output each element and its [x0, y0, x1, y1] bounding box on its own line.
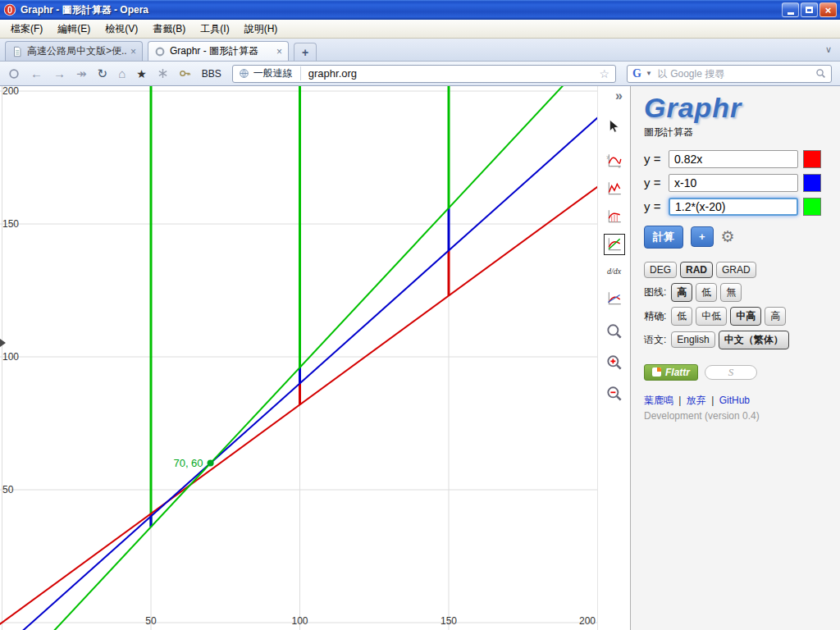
opera-logo-icon	[3, 3, 16, 16]
tab-overflow-chevron-icon[interactable]: ∨	[825, 44, 832, 55]
tab-close-icon[interactable]: ×	[276, 47, 282, 57]
plot-function-tool-button[interactable]: yx	[604, 150, 625, 171]
equation-input-3[interactable]	[669, 198, 798, 216]
reload-button[interactable]: ↻	[98, 67, 108, 80]
fast-forward-button[interactable]: ↠	[76, 67, 87, 80]
action-row: 計算 + ⚙	[644, 226, 840, 249]
menu-edit[interactable]: 編輯(E)	[50, 20, 98, 39]
footer-links: 葉鹿鳴 | 放弃 | GitHub	[644, 394, 840, 408]
app-subtitle: 圖形計算器	[644, 126, 840, 139]
search-field[interactable]: G ▼	[627, 65, 832, 83]
zoom-in-button[interactable]	[604, 352, 625, 373]
precision-low-button[interactable]: 低	[671, 307, 692, 326]
tab-highway-bureau[interactable]: 高速公路局中文版>便..... ×	[5, 41, 143, 61]
precision-group: 精确: 低 中低 中高 高	[644, 307, 840, 326]
equation-list: y = y = y =	[644, 150, 840, 216]
page-favicon-icon	[11, 46, 23, 57]
precision-medlow-button[interactable]: 中低	[696, 307, 727, 326]
search-input[interactable]	[656, 67, 811, 80]
tab-close-icon[interactable]: ×	[130, 47, 136, 57]
password-key-icon[interactable]	[179, 67, 191, 80]
graph-area: 501001502005010015020070, 60	[0, 86, 597, 630]
add-equation-button[interactable]: +	[691, 226, 714, 247]
globe-icon	[239, 68, 249, 79]
plot-segments-tool-button[interactable]	[604, 178, 625, 199]
connection-badge[interactable]: 一般連線	[239, 66, 301, 80]
svg-text:200: 200	[2, 86, 19, 97]
zoom-reset-button[interactable]	[604, 321, 625, 342]
flattr-button[interactable]: Flattr	[644, 364, 698, 381]
graphr-favicon-icon	[154, 46, 166, 57]
language-chinese-button[interactable]: 中文（繁体）	[719, 331, 789, 349]
equation-input-2[interactable]	[669, 174, 798, 192]
home-button[interactable]: ⌂	[118, 67, 126, 80]
new-tab-button[interactable]: +	[294, 43, 317, 61]
close-icon: ×	[825, 4, 832, 16]
svg-text:50: 50	[145, 615, 157, 627]
color-swatch-red[interactable]	[803, 150, 821, 168]
pointer-tool-button[interactable]	[604, 116, 625, 137]
bookmark-star-icon[interactable]: ★	[136, 68, 147, 80]
graph-left-expand-handle-icon[interactable]	[0, 339, 6, 347]
google-logo-icon: G	[632, 68, 641, 80]
version-text: Development (version 0.4)	[644, 410, 840, 422]
close-button[interactable]: ×	[819, 2, 837, 17]
color-swatch-blue[interactable]	[803, 174, 821, 192]
url-bookmark-star-icon[interactable]: ☆	[599, 67, 609, 80]
speed-dial-icon[interactable]	[158, 68, 168, 79]
url-field[interactable]: 一般連線 ☆	[232, 65, 616, 83]
content: 501001502005010015020070, 60 » yx d/dx	[0, 86, 840, 630]
opera-menu-icon[interactable]	[8, 68, 20, 80]
zoom-out-button[interactable]	[604, 383, 625, 404]
bbs-button[interactable]: BBS	[202, 68, 221, 80]
language-english-button[interactable]: English	[671, 331, 714, 348]
derivative-tool-button[interactable]: d/dx	[604, 260, 625, 281]
angle-deg-button[interactable]: DEG	[644, 262, 677, 278]
svg-text:70, 60: 70, 60	[173, 457, 203, 469]
titlebar: Graphr - 圖形計算器 - Opera ×	[0, 0, 840, 20]
equation-prefix: y =	[644, 152, 669, 166]
url-input[interactable]	[307, 66, 594, 80]
svg-text:50: 50	[2, 484, 14, 495]
maximize-button[interactable]	[801, 2, 818, 17]
plot-quality-low-button[interactable]: 低	[696, 283, 717, 302]
addressbar: ← → ↠ ↻ ⌂ ★ BBS 一般連線 ☆ G ▼	[0, 62, 840, 86]
angle-grad-button[interactable]: GRAD	[716, 262, 756, 278]
tab-graphr[interactable]: Graphr - 圖形計算器 ×	[148, 41, 289, 61]
settings-gear-icon[interactable]: ⚙	[721, 229, 735, 244]
author-link[interactable]: 葉鹿鳴	[644, 395, 673, 406]
color-swatch-green[interactable]	[803, 198, 821, 216]
menu-view[interactable]: 檢視(V)	[98, 20, 145, 39]
flattr-row: Flattr S	[644, 364, 840, 381]
flattr-loading-button[interactable]: S	[705, 365, 757, 380]
precision-high-button[interactable]: 高	[765, 307, 786, 326]
window-title: Graphr - 圖形計算器 - Opera	[21, 3, 782, 17]
plot-quality-none-button[interactable]: 無	[720, 283, 742, 302]
svg-text:100: 100	[2, 351, 19, 363]
menu-help[interactable]: 說明(H)	[237, 20, 285, 39]
flattr-logo-icon	[652, 368, 661, 377]
back-button[interactable]: ←	[30, 67, 43, 80]
minimize-button[interactable]	[782, 2, 799, 17]
plot-difference-tool-button[interactable]	[604, 234, 625, 255]
precision-medhigh-button[interactable]: 中高	[730, 307, 761, 326]
search-magnifier-icon[interactable]	[815, 68, 826, 79]
calculate-button[interactable]: 計算	[644, 226, 683, 249]
graph-canvas[interactable]: 501001502005010015020070, 60	[0, 86, 597, 630]
tangent-tool-button[interactable]	[604, 288, 625, 309]
github-link[interactable]: GitHub	[719, 395, 750, 406]
menu-file[interactable]: 檔案(F)	[3, 20, 50, 39]
panel-collapse-icon[interactable]: »	[615, 89, 623, 103]
menu-tools[interactable]: 工具(I)	[193, 20, 236, 39]
equation-row-2: y =	[644, 174, 840, 192]
search-engine-dropdown-icon[interactable]: ▼	[646, 70, 652, 77]
side-toolbar: » yx d/dx	[597, 86, 630, 630]
equation-input-1[interactable]	[669, 150, 798, 168]
plot-quality-high-button[interactable]: 高	[671, 283, 692, 302]
menu-bookmarks[interactable]: 書籤(B)	[145, 20, 193, 39]
abandon-link[interactable]: 放弃	[687, 395, 706, 406]
forward-button[interactable]: →	[53, 67, 66, 80]
tabbar: 高速公路局中文版>便..... × Graphr - 圖形計算器 × + ∨	[0, 39, 840, 62]
angle-rad-button[interactable]: RAD	[680, 262, 713, 278]
plot-integral-tool-button[interactable]	[604, 206, 625, 227]
